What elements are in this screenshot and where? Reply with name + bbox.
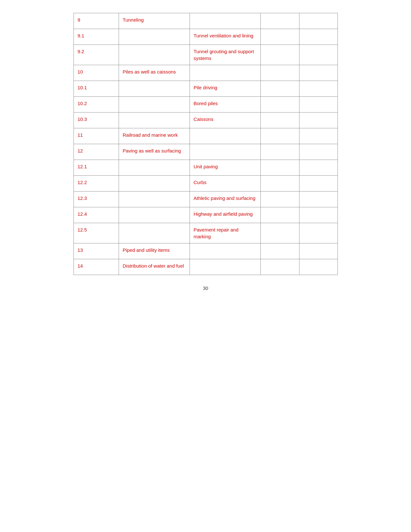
table-cell: Pile driving — [190, 81, 261, 96]
table-cell: Piped and utility items — [119, 243, 190, 259]
table-cell — [261, 243, 299, 259]
table-cell — [299, 259, 338, 275]
table-cell: Distribution of water and fuel — [119, 259, 190, 275]
table-cell: 10.3 — [74, 113, 119, 128]
table-row: 12.1Unit paving — [74, 160, 338, 176]
table-cell — [261, 160, 299, 175]
table-cell — [299, 144, 338, 160]
table-cell: 9.1 — [74, 29, 119, 44]
table-cell — [261, 192, 299, 207]
table-cell: Tunnel ventilation and lining — [190, 29, 261, 44]
table-row: 12Paving as well as surfacing — [74, 144, 338, 160]
table-cell — [299, 176, 338, 191]
table-cell — [261, 176, 299, 191]
table-row: 10.2Bored piles — [74, 97, 338, 113]
table-row: 10.3Caissons — [74, 113, 338, 128]
table-cell — [299, 13, 338, 29]
table-cell: Highway and airfield paving — [190, 207, 261, 223]
table-cell — [299, 113, 338, 128]
table-cell: 12 — [74, 144, 119, 160]
table-row: 9.1Tunnel ventilation and lining — [74, 29, 338, 45]
table-cell — [299, 97, 338, 112]
table-cell: Unit paving — [190, 160, 261, 175]
table-cell — [261, 97, 299, 112]
table-cell — [261, 13, 299, 29]
table-cell: 9.2 — [74, 45, 119, 65]
table-row: 12.2Curbs — [74, 176, 338, 192]
table-cell: Bored piles — [190, 97, 261, 112]
table-cell: 12.5 — [74, 223, 119, 243]
table-cell — [119, 176, 190, 191]
table-cell: 13 — [74, 243, 119, 259]
table-cell — [190, 13, 261, 29]
table-cell: 10 — [74, 65, 119, 81]
table-cell — [299, 65, 338, 81]
table-cell — [261, 207, 299, 223]
table-cell — [299, 192, 338, 207]
table-cell: Paving as well as surfacing — [119, 144, 190, 160]
table-row: 12.3Athletic paving and surfacing — [74, 192, 338, 207]
table-cell — [190, 65, 261, 81]
table-cell: 9 — [74, 13, 119, 29]
table-cell — [299, 81, 338, 96]
table-cell: Piles as well as caissons — [119, 65, 190, 81]
table-cell — [261, 144, 299, 160]
table-cell — [119, 45, 190, 65]
table-cell — [299, 243, 338, 259]
table-cell — [261, 259, 299, 275]
table-cell: 10.1 — [74, 81, 119, 96]
table-row: 10Piles as well as caissons — [74, 65, 338, 81]
table-cell — [261, 45, 299, 65]
table-cell — [261, 128, 299, 144]
table-cell — [119, 160, 190, 175]
table-cell — [299, 223, 338, 243]
table-cell — [190, 259, 261, 275]
table-cell — [261, 81, 299, 96]
table-cell: 12.2 — [74, 176, 119, 191]
table-cell: 12.3 — [74, 192, 119, 207]
table-row: 12.4Highway and airfield paving — [74, 207, 338, 223]
table-cell — [299, 29, 338, 44]
table-cell — [119, 29, 190, 44]
table-cell — [190, 128, 261, 144]
table-cell: 12.1 — [74, 160, 119, 175]
table-cell: 12.4 — [74, 207, 119, 223]
table-row: 9.2Tunnel grouting and support systems — [74, 45, 338, 65]
table-cell: Curbs — [190, 176, 261, 191]
table-cell — [299, 45, 338, 65]
table-row: 14Distribution of water and fuel — [74, 259, 338, 275]
table-row: 9Tunneling — [74, 13, 338, 29]
table-row: 11Railroad and marine work — [74, 128, 338, 144]
table-cell — [119, 113, 190, 128]
main-table: 9Tunneling9.1Tunnel ventilation and lini… — [73, 13, 338, 275]
page-container: 9Tunneling9.1Tunnel ventilation and lini… — [0, 0, 411, 532]
table-cell: 11 — [74, 128, 119, 144]
page-number: 30 — [203, 285, 208, 291]
table-cell — [261, 29, 299, 44]
table-cell: 14 — [74, 259, 119, 275]
table-cell — [190, 243, 261, 259]
table-cell: Athletic paving and surfacing — [190, 192, 261, 207]
table-cell — [119, 207, 190, 223]
table-cell: Pavement repair and marking — [190, 223, 261, 243]
table-cell — [119, 223, 190, 243]
table-cell: Tunnel grouting and support systems — [190, 45, 261, 65]
table-cell — [261, 65, 299, 81]
table-cell — [299, 207, 338, 223]
table-cell — [119, 192, 190, 207]
table-cell: Tunneling — [119, 13, 190, 29]
table-row: 13Piped and utility items — [74, 243, 338, 259]
table-cell: Caissons — [190, 113, 261, 128]
table-cell — [190, 144, 261, 160]
table-cell — [119, 81, 190, 96]
table-cell: 10.2 — [74, 97, 119, 112]
table-cell: Railroad and marine work — [119, 128, 190, 144]
table-cell — [119, 97, 190, 112]
table-cell — [261, 223, 299, 243]
table-cell — [299, 160, 338, 175]
table-cell — [299, 128, 338, 144]
table-cell — [261, 113, 299, 128]
table-row: 12.5Pavement repair and marking — [74, 223, 338, 243]
table-row: 10.1Pile driving — [74, 81, 338, 97]
